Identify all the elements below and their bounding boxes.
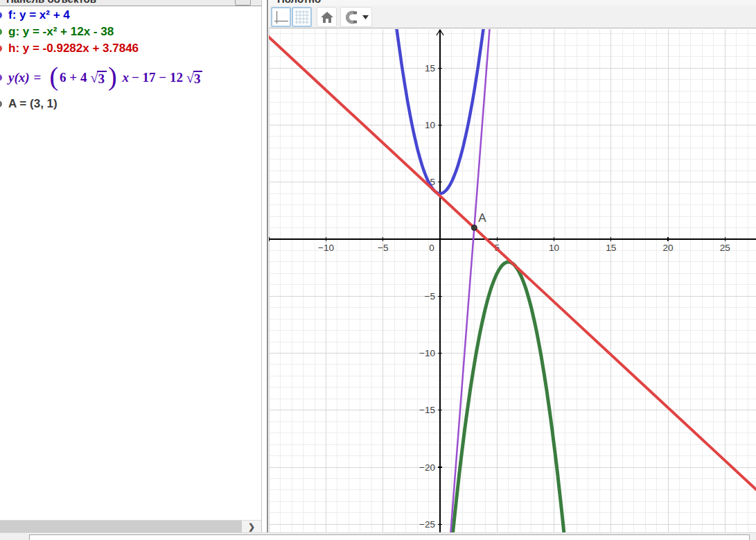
point-A[interactable] (471, 225, 477, 231)
y-axis-label: 15 (425, 63, 435, 73)
algebra-panel: Панель объектов f: y = x² + 4 g: y = -x²… (0, 0, 262, 532)
input-bar (0, 532, 756, 540)
y-axis-label: −15 (419, 405, 435, 415)
home-icon (320, 10, 334, 24)
grid-icon (295, 10, 310, 25)
visibility-dot-f[interactable] (0, 12, 2, 19)
visibility-dot-A[interactable] (0, 101, 2, 107)
origin-label: 0 (429, 243, 434, 253)
object-row-f[interactable]: f: y = x² + 4 (0, 8, 261, 22)
object-label-f[interactable]: f: y = x² + 4 (8, 8, 70, 21)
toggle-grid-button[interactable] (292, 7, 312, 27)
visibility-dot-h[interactable] (0, 45, 2, 52)
point-label-A: A (478, 211, 486, 225)
curve-y[interactable] (429, 29, 509, 532)
math-term2: − 17 − 12 (132, 60, 183, 96)
x-axis-label: −5 (378, 243, 388, 253)
curve-h[interactable] (269, 29, 756, 503)
object-row-h[interactable]: h: y = -0.9282x + 3.7846 (0, 42, 261, 55)
toggle-axes-button[interactable] (271, 7, 291, 27)
object-label-h[interactable]: h: y = -0.9282x + 3.7846 (8, 42, 139, 55)
graph-canvas[interactable]: −10−551015202515105−5−10−15−20−250A (269, 29, 756, 532)
graphics-panel-title: Полотно (277, 0, 321, 5)
chevron-down-icon (362, 15, 369, 19)
command-input[interactable] (29, 534, 750, 540)
y-axis-label: 10 (425, 120, 435, 130)
y-axis-label: −10 (419, 348, 435, 358)
scrollbar-thumb[interactable] (0, 521, 242, 532)
x-axis-label: 10 (549, 243, 559, 253)
math-x: x (123, 60, 130, 96)
object-label-g[interactable]: g: y = -x² + 12x - 38 (8, 25, 114, 38)
x-axis-label: 20 (662, 243, 673, 253)
x-axis-label: 15 (606, 243, 616, 253)
x-axis-label: −10 (318, 243, 334, 253)
object-label-A[interactable]: A = (3, 1) (8, 97, 58, 110)
graphics-panel: Полотно (269, 0, 756, 532)
y-axis-label: −25 (419, 519, 435, 530)
graphics-panel-header: Полотно (269, 0, 756, 6)
y-axis-label: −5 (425, 291, 435, 302)
panel-menu-button[interactable] (235, 0, 251, 6)
sqrt-1: √ 3 (90, 71, 106, 85)
snap-to-grid-button[interactable] (340, 7, 372, 27)
math-open-paren: ( (48, 63, 60, 89)
visibility-dot-y[interactable] (0, 74, 2, 81)
radicand-2: 3 (193, 71, 203, 85)
geogebra-window: Панель объектов f: y = x² + 4 g: y = -x²… (0, 0, 756, 540)
math-close-paren: ) (107, 63, 118, 89)
math-term1: 6 + 4 (60, 60, 87, 96)
math-equals: = (34, 60, 42, 96)
visibility-dot-g[interactable] (0, 28, 2, 35)
scroll-right-button[interactable]: ❯ (243, 521, 260, 532)
radicand-1: 3 (97, 71, 107, 85)
axes-icon (274, 10, 289, 25)
panel-divider[interactable] (267, 0, 268, 532)
math-lhs: y(x) (8, 60, 30, 96)
graphics-stylebar (269, 6, 756, 28)
magnet-icon (344, 10, 360, 25)
y-axis-label: −20 (419, 462, 435, 473)
x-axis-label: 25 (720, 243, 730, 253)
horizontal-scrollbar[interactable]: ❯ (0, 520, 261, 532)
object-row-y[interactable]: y(x) = ( 6 + 4 √ 3 ) x − 17 − 12 √ 3 (0, 60, 261, 96)
algebra-panel-header: Панель объектов (0, 0, 261, 6)
graphics-view[interactable]: −10−551015202515105−5−10−15−20−250A (269, 29, 756, 532)
sqrt-2: √ 3 (186, 71, 202, 85)
object-row-A[interactable]: A = (3, 1) (0, 97, 261, 111)
home-view-button[interactable] (317, 7, 337, 27)
object-row-g[interactable]: g: y = -x² + 12x - 38 (0, 25, 261, 39)
algebra-panel-title: Панель объектов (6, 0, 96, 5)
